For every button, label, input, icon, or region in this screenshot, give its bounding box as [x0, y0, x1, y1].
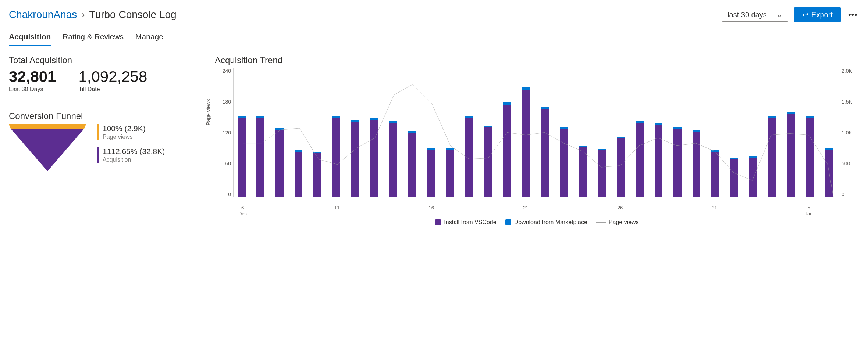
svg-marker-1: [11, 129, 84, 171]
svg-marker-0: [9, 124, 86, 129]
legend-download: Download from Marketplace: [505, 219, 587, 226]
funnel-acquisition-value: 1112.65% (32.8K): [103, 147, 165, 156]
tab-rating-reviews[interactable]: Rating & Reviews: [63, 29, 124, 46]
breadcrumb-current: Turbo Console Log: [89, 9, 177, 21]
export-label: Export: [811, 11, 833, 19]
funnel-acquisition-label: Acquisition: [103, 156, 165, 163]
tab-acquisition[interactable]: Acquisition: [9, 29, 51, 46]
export-icon: ↩: [802, 10, 808, 19]
left-axis-title: Page views: [205, 99, 211, 125]
acquisition-trend-title: Acquisition Trend: [215, 55, 859, 65]
total-tilldate-label: Till Date: [78, 86, 147, 93]
funnel-chart: [9, 124, 86, 172]
chart-legend: Install from VSCode Download from Market…: [215, 219, 859, 226]
legend-pageviews: Page views: [596, 219, 639, 226]
total-last-30-days: 32,801 Last 30 Days: [9, 68, 56, 93]
chevron-right-icon: ›: [81, 9, 85, 21]
y-axis-right: 2.0K1.5K1.0K5000: [842, 68, 856, 197]
breadcrumb: ChakrounAnas › Turbo Console Log: [9, 9, 177, 21]
date-range-dropdown[interactable]: last 30 days ⌄: [722, 8, 788, 22]
tab-manage[interactable]: Manage: [135, 29, 163, 46]
total-acquisition-title: Total Acquisition: [9, 55, 200, 65]
acquisition-trend-chart: Page views Acquisition 240180120600 2.0K…: [233, 68, 837, 204]
conversion-funnel-title: Conversion Funnel: [9, 111, 200, 121]
y-axis-left: 240180120600: [216, 68, 231, 197]
total-till-date: 1,092,258 Till Date: [78, 68, 147, 93]
total-last30-value: 32,801: [9, 68, 56, 85]
breadcrumb-owner-link[interactable]: ChakrounAnas: [9, 9, 77, 21]
total-last30-label: Last 30 Days: [9, 86, 56, 93]
funnel-pageviews-label: Page views: [103, 134, 146, 140]
date-range-label: last 30 days: [728, 11, 767, 19]
more-actions-button[interactable]: •••: [847, 10, 859, 19]
total-tilldate-value: 1,092,258: [78, 68, 147, 85]
tabs: Acquisition Rating & Reviews Manage: [9, 29, 859, 46]
chevron-down-icon: ⌄: [776, 10, 783, 19]
legend-install: Install from VSCode: [435, 219, 496, 226]
funnel-pageviews-stat: 100% (2.9K) Page views: [97, 124, 165, 140]
export-button[interactable]: ↩ Export: [794, 7, 841, 22]
funnel-acquisition-stat: 1112.65% (32.8K) Acquisition: [97, 147, 165, 163]
funnel-pageviews-value: 100% (2.9K): [103, 124, 146, 133]
